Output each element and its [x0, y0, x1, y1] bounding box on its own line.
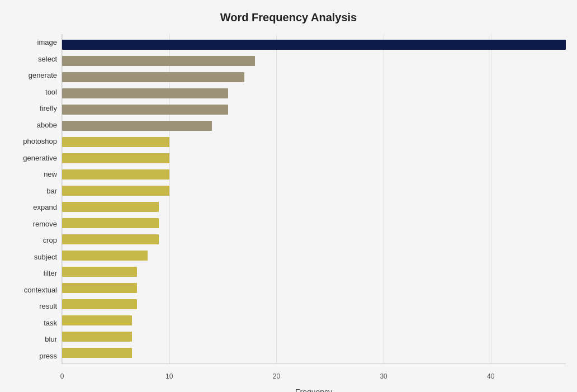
x-tick-label: 20 [273, 372, 280, 380]
bar-row [62, 201, 566, 213]
y-label: generate [29, 68, 57, 83]
bar-row [62, 330, 566, 343]
plot-area: 010203040 [62, 34, 566, 364]
bar-row [62, 55, 566, 67]
y-label: contextual [24, 282, 57, 297]
bar-row [62, 152, 566, 164]
y-label: generative [23, 150, 57, 165]
bar-row [62, 266, 566, 278]
bar [62, 251, 148, 261]
bar [62, 299, 137, 309]
bar [62, 267, 137, 277]
bars-wrapper [62, 34, 566, 363]
y-label: crop [43, 233, 57, 248]
y-label: task [44, 315, 57, 330]
bar-row [62, 217, 566, 229]
y-label: result [39, 299, 57, 314]
bar [62, 348, 132, 358]
y-label: new [44, 167, 57, 182]
bar [62, 218, 159, 228]
bar [62, 186, 169, 196]
y-label: blur [45, 332, 57, 347]
bar [62, 72, 244, 82]
bar-row [62, 120, 566, 132]
bar [62, 88, 228, 98]
y-label: firefly [40, 101, 57, 116]
bar-row [62, 168, 566, 181]
bar-row [62, 347, 566, 359]
bar [62, 56, 255, 66]
bar-row [62, 249, 566, 262]
x-tick-label: 10 [165, 372, 173, 380]
y-label: tool [45, 84, 57, 99]
y-label: filter [43, 266, 57, 281]
bar [62, 137, 169, 147]
bar-row [62, 314, 566, 327]
bar-row [62, 87, 566, 100]
x-axis-label: Frequency [62, 388, 566, 392]
y-label: bar [46, 183, 57, 198]
bar [62, 332, 132, 342]
bar-row [62, 282, 566, 294]
y-label: select [38, 51, 57, 66]
x-tick-label: 30 [380, 372, 387, 380]
bar-row [62, 298, 566, 310]
bar-row [62, 71, 566, 83]
bar [62, 315, 132, 325]
y-label: subject [34, 249, 57, 264]
x-tick-label: 0 [60, 372, 64, 380]
y-axis: imageselectgeneratetoolfireflyabobephoto… [11, 34, 62, 364]
bar [62, 105, 228, 115]
y-label: remove [33, 216, 57, 231]
y-label: abobe [37, 117, 57, 132]
chart-title: Word Frequency Analysis [11, 11, 566, 24]
bar [62, 169, 169, 180]
y-label: expand [33, 200, 57, 215]
bar [62, 283, 137, 293]
bar [62, 234, 159, 244]
x-tick-label: 40 [487, 372, 494, 380]
bar [62, 121, 212, 131]
bar-row [62, 39, 566, 51]
y-label: image [37, 35, 57, 50]
y-label: photoshop [23, 134, 57, 149]
y-label: press [39, 348, 57, 363]
chart-area: imageselectgeneratetoolfireflyabobephoto… [11, 34, 566, 364]
bar-row [62, 233, 566, 245]
bar [62, 202, 159, 212]
bar [62, 40, 566, 50]
bar-row [62, 103, 566, 116]
bar-row [62, 136, 566, 148]
bar [62, 153, 169, 163]
chart-container: Word Frequency Analysis imageselectgener… [0, 0, 577, 392]
bar-row [62, 185, 566, 197]
